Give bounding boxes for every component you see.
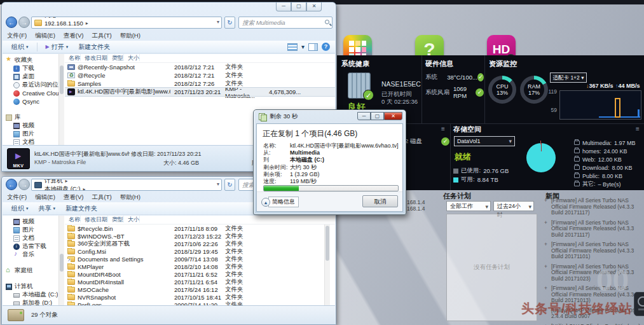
open-button[interactable]: ▶打开▾ xyxy=(42,42,72,52)
search-input[interactable]: 搜索 Multimedia xyxy=(238,17,332,29)
menu-item[interactable]: 工具(T) xyxy=(92,32,111,40)
column-header[interactable]: 修改日期 xyxy=(81,54,108,61)
sidebar-item[interactable]: 下载 xyxy=(3,64,58,73)
menu-item[interactable]: 帮助(H) xyxy=(120,193,140,202)
sidebar-item[interactable]: 视频 xyxy=(3,218,58,226)
sidebar-item[interactable]: 桌面 xyxy=(3,73,58,81)
scrollbar-thumb[interactable] xyxy=(60,254,64,272)
sidebar-item[interactable]: 库 xyxy=(3,113,58,121)
sidebar-item[interactable]: Qsync xyxy=(3,97,58,106)
file-row[interactable]: MountDIR4Install 2017/11/21 6:54 文件夹 xyxy=(65,278,335,286)
file-type: 文件夹 xyxy=(221,71,265,80)
sidebar-item[interactable]: 收藏夹 xyxy=(3,56,58,64)
file-name: @Recently-Snapshot xyxy=(78,64,135,71)
shared-folder-row: 其它: – Byte(s) xyxy=(574,180,636,188)
maximize-button[interactable]: ▢ xyxy=(371,112,384,120)
sidebar-scrollbar[interactable] xyxy=(58,216,64,305)
new-folder-button[interactable]: 新建文件夹 xyxy=(62,204,101,214)
sidebar-item[interactable]: 视频 xyxy=(3,121,58,130)
file-row[interactable]: NVRSnapshot 2017/10/15 18:41 文件夹 xyxy=(65,293,335,301)
news-item[interactable]: [Firmware] All Series Turbo NAS Official… xyxy=(544,198,643,216)
back-button[interactable]: ← xyxy=(6,179,17,190)
news-item[interactable]: [Firmware] All Series Turbo NAS Official… xyxy=(544,242,643,260)
refresh-button[interactable]: ↻ xyxy=(224,179,235,191)
new-folder-button[interactable]: 新建文件夹 xyxy=(74,42,114,52)
forward-button[interactable]: → xyxy=(18,17,30,28)
storage-menu-icon[interactable]: ≡ xyxy=(636,125,640,132)
sidebar-item[interactable]: 图片 xyxy=(3,130,58,138)
task-filter-time-dropdown[interactable]: 过去24小时 xyxy=(493,201,534,211)
menu-item[interactable]: 编辑(E) xyxy=(35,32,55,40)
address-bar[interactable]: 网络192.168.1.150Multimedia ▾ xyxy=(31,17,222,29)
scrollbar-thumb[interactable] xyxy=(60,66,64,94)
breadcrumb-item[interactable]: 计算机 xyxy=(45,179,88,185)
breadcrumb-item[interactable]: Multimedia xyxy=(45,27,91,29)
change-view-icon[interactable] xyxy=(287,43,298,51)
organize-button[interactable]: 组织▾ xyxy=(8,42,32,52)
back-button[interactable]: ← xyxy=(6,17,17,28)
file-row[interactable]: $Recycle.Bin 2017/11/18 8:09 文件夹 xyxy=(65,225,335,232)
menu-item[interactable]: 查看(V) xyxy=(64,193,84,202)
sidebar-item[interactable]: 家庭组 xyxy=(3,266,58,275)
file-row[interactable]: PerfLogs 2009/7/14 11:20 文件夹 xyxy=(65,301,335,305)
file-row[interactable]: @Recently-Snapshot 2018/2/12 7:21 文件夹 xyxy=(65,63,335,71)
sidebar-item[interactable]: 图片 xyxy=(3,226,58,234)
column-header[interactable]: 大小 xyxy=(124,216,140,223)
column-header[interactable]: 名称 xyxy=(65,216,81,223)
hardware-row-value: 1069 RPM xyxy=(453,85,476,99)
cancel-button[interactable]: 取消 xyxy=(362,195,398,207)
close-button[interactable]: ✕ xyxy=(384,112,402,120)
menu-item[interactable]: 工具(T) xyxy=(92,193,111,202)
breadcrumb-item[interactable]: 192.168.1.150 xyxy=(45,20,91,27)
sidebar-item[interactable]: 最近访问的位置 xyxy=(3,81,58,89)
share-button[interactable]: 共享▾ xyxy=(35,204,60,214)
organize-button[interactable]: 组织▾ xyxy=(8,204,32,214)
file-row[interactable]: KMPlayer 2018/2/10 14:08 文件夹 xyxy=(65,263,335,270)
address-bar[interactable]: 计算机本地磁盘 (C:) ▾ xyxy=(31,179,222,191)
sidebar-item[interactable]: 计算机 xyxy=(3,282,58,291)
file-row[interactable]: MountDIR4Boot 2017/11/21 6:52 文件夹 xyxy=(65,270,335,278)
file-row[interactable]: $WINDOWS.~BT 2017/12/23 15:22 文件夹 xyxy=(65,232,335,240)
forward-button[interactable]: → xyxy=(18,179,30,190)
file-row[interactable]: @Recycle 2018/2/12 7:21 文件夹 xyxy=(65,71,335,80)
menu-item[interactable]: 查看(V) xyxy=(64,32,84,40)
preview-pane-icon[interactable] xyxy=(308,43,318,51)
address-dropdown-icon[interactable]: ▾ xyxy=(217,19,219,25)
menu-item[interactable]: 编辑(E) xyxy=(35,193,55,202)
menu-item[interactable]: 文件(F) xyxy=(7,193,27,202)
volume-dropdown[interactable]: DataVol1 xyxy=(454,136,515,146)
menu-item[interactable]: 帮助(H) xyxy=(120,32,140,40)
file-row[interactable]: Config.Msi 2018/1/29 19:45 文件夹 xyxy=(65,247,335,255)
file-row[interactable]: Samples 2018/2/12 7:26 文件夹 xyxy=(65,80,335,88)
file-row[interactable]: ktl.4K.HD国语中字[最新电影]www.6vha... 2017/11/2… xyxy=(65,88,335,96)
maximize-button[interactable]: ▢ xyxy=(291,3,306,11)
column-header[interactable]: 大小 xyxy=(124,54,140,61)
sidebar-item[interactable]: 迅雷下载 xyxy=(3,242,58,251)
refresh-button[interactable]: ↻ xyxy=(224,17,235,29)
close-button[interactable]: ✕ xyxy=(306,3,322,11)
less-info-button[interactable]: ▲ 简略信息 xyxy=(261,197,299,207)
address-dropdown-icon[interactable]: ▾ xyxy=(217,181,219,187)
column-header[interactable]: 修改日期 xyxy=(81,216,108,223)
file-row[interactable]: 360安全浏览器下载 2017/10/6 22:26 文件夹 xyxy=(65,240,335,247)
section-menu-icon[interactable]: ≡ xyxy=(441,125,445,132)
file-rows: $Recycle.Bin 2017/11/18 8:09 文件夹 $WINDOW… xyxy=(65,225,335,305)
file-row[interactable]: MSOCache 2017/6/24 16:12 文件夹 xyxy=(65,286,335,293)
breadcrumb-item[interactable]: 本地磁盘 (C:) xyxy=(45,185,88,191)
scrollbar-thumb[interactable] xyxy=(325,226,329,261)
sidebar-item[interactable]: 音乐 xyxy=(3,251,58,259)
list-scrollbar[interactable] xyxy=(324,225,330,305)
sidebar-item[interactable]: 本地磁盘 (C:) xyxy=(3,291,58,299)
menu-item[interactable]: 文件(F) xyxy=(7,32,27,40)
column-header[interactable]: 名称 xyxy=(65,54,81,61)
sidebar-scrollbar[interactable] xyxy=(58,54,64,145)
file-row[interactable]: Documents and Settings 2009/7/14 13:08 文… xyxy=(65,255,335,263)
minimize-button[interactable]: ─ xyxy=(357,112,371,120)
help-icon[interactable]: ? xyxy=(322,43,330,51)
sidebar-item[interactable]: Creative Cloud xyxy=(3,89,58,97)
news-item[interactable]: [Firmware] All Series Turbo NAS Official… xyxy=(544,220,643,239)
task-filter-jobs-dropdown[interactable]: 全部工作 xyxy=(446,201,491,211)
minimize-button[interactable]: ─ xyxy=(276,3,291,11)
adapter-dropdown[interactable]: 适配卡 1+2 ▾ xyxy=(550,73,587,83)
sidebar-item[interactable]: 文档 xyxy=(3,234,58,242)
